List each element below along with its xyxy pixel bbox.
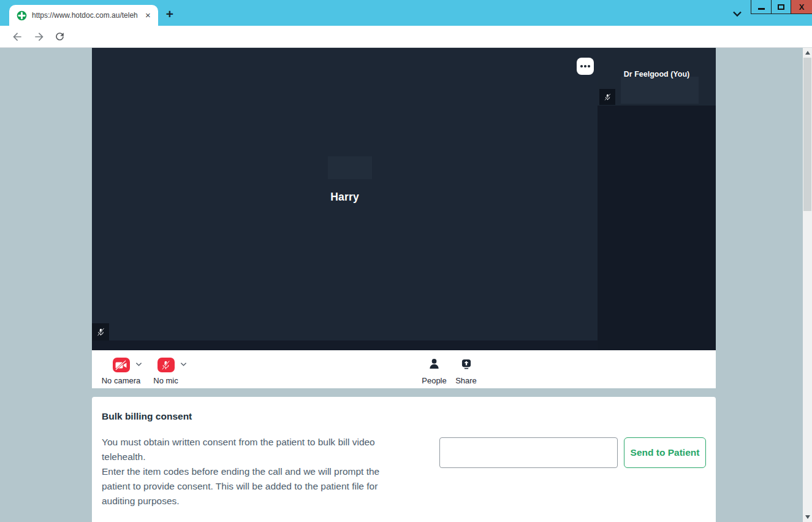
remote-video-tile: Harry bbox=[92, 48, 598, 340]
page-content: Harry Dr Feelgood (You) bbox=[0, 48, 812, 522]
tab-search-chevron-icon[interactable] bbox=[732, 9, 743, 18]
people-icon[interactable] bbox=[428, 357, 441, 373]
mic-control[interactable]: No mic bbox=[140, 356, 192, 385]
ellipsis-icon bbox=[580, 65, 583, 67]
item-codes-input[interactable] bbox=[439, 437, 618, 468]
minimize-icon bbox=[758, 8, 765, 10]
call-controls-toolbar: No camera No mic bbox=[92, 350, 716, 388]
video-call-stage: Harry Dr Feelgood (You) bbox=[92, 48, 716, 350]
share-control[interactable]: Share bbox=[440, 356, 492, 385]
page-scrollbar[interactable] bbox=[803, 48, 812, 522]
close-window-button[interactable]: X bbox=[791, 0, 812, 13]
scrollbar-thumb[interactable] bbox=[803, 58, 811, 211]
no-camera-icon[interactable] bbox=[113, 358, 130, 372]
more-options-button[interactable] bbox=[577, 58, 594, 75]
back-button[interactable] bbox=[11, 31, 23, 43]
remote-muted-mic-icon bbox=[92, 323, 109, 340]
self-participant-name: Dr Feelgood (You) bbox=[598, 70, 716, 79]
browser-toolbar: hotdoc.com.au/telehealth/videos/uA9H4w-j… bbox=[0, 26, 812, 48]
minimize-button[interactable] bbox=[751, 0, 771, 13]
remote-avatar-placeholder bbox=[328, 156, 372, 179]
browser-window: https://www.hotdoc.com.au/teleh × + X ho… bbox=[0, 0, 812, 522]
mic-label: No mic bbox=[140, 376, 192, 385]
self-video-tile: Dr Feelgood (You) bbox=[598, 48, 716, 106]
video-footer-strip bbox=[92, 340, 598, 350]
window-controls: X bbox=[751, 0, 812, 14]
tab-close-icon[interactable]: × bbox=[143, 10, 153, 21]
reload-button[interactable] bbox=[54, 31, 66, 43]
new-tab-button[interactable]: + bbox=[162, 7, 177, 21]
forward-button[interactable] bbox=[33, 31, 45, 43]
send-to-patient-button[interactable]: Send to Patient bbox=[624, 437, 706, 468]
maximize-button[interactable] bbox=[771, 0, 791, 13]
tab-title: https://www.hotdoc.com.au/teleh bbox=[32, 11, 139, 20]
self-muted-mic-icon bbox=[599, 89, 615, 105]
browser-tab[interactable]: https://www.hotdoc.com.au/teleh × bbox=[9, 5, 158, 26]
no-mic-icon[interactable] bbox=[157, 358, 175, 372]
maximize-icon bbox=[778, 4, 784, 10]
self-avatar-placeholder bbox=[621, 77, 699, 104]
tab-strip: https://www.hotdoc.com.au/teleh × + X bbox=[0, 0, 812, 26]
bulk-billing-consent-panel: Bulk billing consent You must obtain wri… bbox=[92, 397, 716, 522]
remote-participant-name: Harry bbox=[92, 191, 598, 204]
scroll-up-icon[interactable] bbox=[805, 51, 810, 55]
share-label: Share bbox=[440, 376, 492, 385]
self-view-column: Dr Feelgood (You) bbox=[598, 48, 716, 350]
consent-heading: Bulk billing consent bbox=[102, 411, 192, 422]
consent-description: You must obtain written consent from the… bbox=[102, 435, 436, 509]
share-screen-icon[interactable] bbox=[460, 357, 472, 373]
scroll-down-icon[interactable] bbox=[805, 515, 810, 519]
mic-options-chevron-icon[interactable] bbox=[180, 358, 187, 369]
hotdoc-favicon-icon bbox=[17, 10, 27, 21]
